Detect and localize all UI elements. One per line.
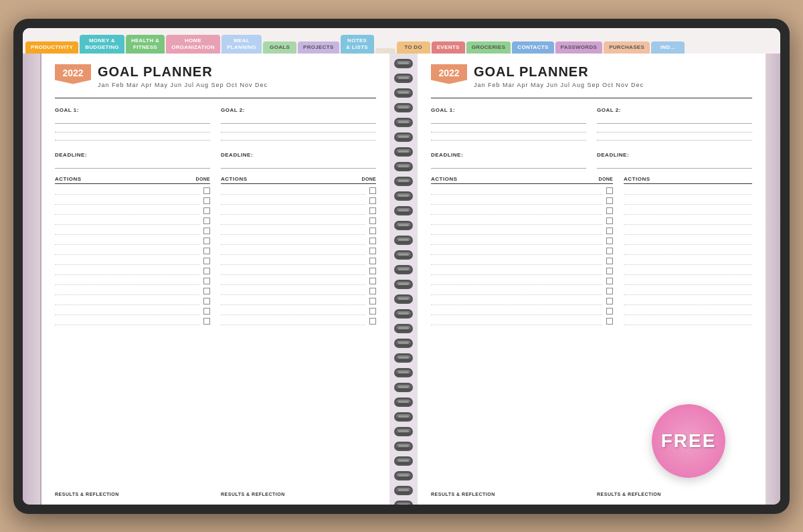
checkbox[interactable] [203,197,210,204]
done-label1-left: DONE [196,177,210,181]
page-title-right: GOAL PLANNER [474,64,752,80]
checkbox[interactable] [203,308,210,315]
deadline2-line-left [221,159,376,169]
months-row-left: Jan Feb Mar Apr May Jun Jul Aug Sep Oct … [98,82,376,88]
action-row [624,297,752,305]
tab-meal[interactable]: MEALPLANNING [221,35,262,53]
checkbox[interactable] [203,318,210,325]
action-row [221,187,376,195]
checkbox[interactable] [606,207,613,214]
deadline1-line-right [431,159,586,169]
spiral-ring [394,191,413,201]
checkbox[interactable] [606,308,613,315]
checkbox[interactable] [369,308,376,315]
checkbox[interactable] [203,258,210,264]
goal1-line1-left [55,114,210,124]
checkbox[interactable] [606,298,613,304]
page-right: 2022 GOAL PLANNER Jan Feb Mar Apr May Ju… [418,54,766,505]
spiral-ring [394,442,413,451]
checkbox[interactable] [203,288,210,294]
checkbox[interactable] [606,248,613,254]
checkbox[interactable] [203,187,210,194]
checkbox[interactable] [369,207,376,214]
action-row [624,187,752,195]
action-row [624,267,752,275]
checkbox[interactable] [369,298,376,304]
checkbox[interactable] [369,238,376,244]
checkbox[interactable] [606,258,613,264]
goal2-col-right: GOAL 2: [597,102,752,142]
spiral-ring [394,280,413,289]
deadline1-label-left: DEADLINE: [55,152,87,158]
header-text-right: GOAL PLANNER Jan Feb Mar Apr May Jun Jul… [474,64,752,88]
deadline2-col-right: DEADLINE: [597,147,752,171]
tab-contacts[interactable]: CONTACTS [512,41,553,54]
checkbox[interactable] [606,217,613,224]
pages-container: 2022 GOAL PLANNER Jan Feb Mar Apr May Ju… [41,54,766,505]
tab-todo[interactable]: TO DO [397,41,430,54]
spiral-ring [394,383,413,392]
checkbox[interactable] [606,238,613,244]
checkbox[interactable] [203,278,210,284]
checkbox[interactable] [203,217,210,224]
checkbox[interactable] [606,187,613,194]
checkbox[interactable] [369,187,376,194]
tab-health[interactable]: HEALTH &FITNESS [126,35,165,53]
action-row [624,237,752,245]
action-row [55,307,210,315]
page-header-left: 2022 GOAL PLANNER Jan Feb Mar Apr May Ju… [55,64,376,88]
checkbox[interactable] [369,258,376,264]
spiral-ring [394,397,413,407]
spiral-ring [394,147,413,157]
spiral-ring [394,250,413,260]
action-row [221,297,376,305]
checkbox[interactable] [606,288,613,294]
action-row [221,247,376,255]
goal2-dot2-left [221,134,376,141]
checkbox[interactable] [606,268,613,274]
checkbox[interactable] [369,248,376,254]
checkbox[interactable] [203,207,210,214]
checkbox[interactable] [369,268,376,274]
action-row [431,257,613,265]
checkbox[interactable] [369,217,376,224]
checkbox[interactable] [606,278,613,284]
tab-index[interactable]: IND... [651,41,685,54]
checkbox[interactable] [203,228,210,234]
actions-label1-left: ACTIONS [55,176,82,182]
action-row [221,207,376,215]
checkbox[interactable] [369,278,376,284]
tab-notes[interactable]: NOTES& LISTS [341,35,374,53]
tab-money[interactable]: MONEY &BUDGETING [80,35,124,53]
deadline1-label-right: DEADLINE: [431,152,463,158]
checkbox[interactable] [369,318,376,325]
checkbox[interactable] [369,288,376,294]
tab-events[interactable]: EVENTS [432,41,465,54]
spiral-ring [394,427,413,436]
checkbox[interactable] [203,298,210,304]
checkbox[interactable] [606,197,613,204]
action-row [55,237,210,245]
checkbox[interactable] [203,268,210,274]
tab-blank [375,48,395,54]
spiral-ring [394,132,413,142]
goal2-label-right: GOAL 2: [597,107,621,113]
checkbox[interactable] [369,228,376,234]
checkbox[interactable] [606,318,613,325]
checkbox[interactable] [203,248,210,254]
checkbox[interactable] [606,228,613,234]
deadline2-line-right [597,159,752,169]
year-badge-right: 2022 [431,64,467,84]
action-row [624,307,752,315]
tab-goals[interactable]: GOALS [263,41,296,54]
tab-passwords[interactable]: PASSWORDS [555,41,603,54]
checkbox[interactable] [369,197,376,204]
tab-purchases[interactable]: PURCHASES [604,41,650,54]
tab-groceries[interactable]: GROCERIES [466,41,511,54]
tab-productivity[interactable]: PRODUCTIVITY [25,41,78,54]
checkbox[interactable] [203,238,210,244]
tab-home[interactable]: HOMEORGANIZATION [166,35,220,53]
tab-projects[interactable]: PROJECTS [298,41,339,54]
actions-header2-left: ACTIONS DONE [221,176,376,184]
action-row [55,187,210,195]
